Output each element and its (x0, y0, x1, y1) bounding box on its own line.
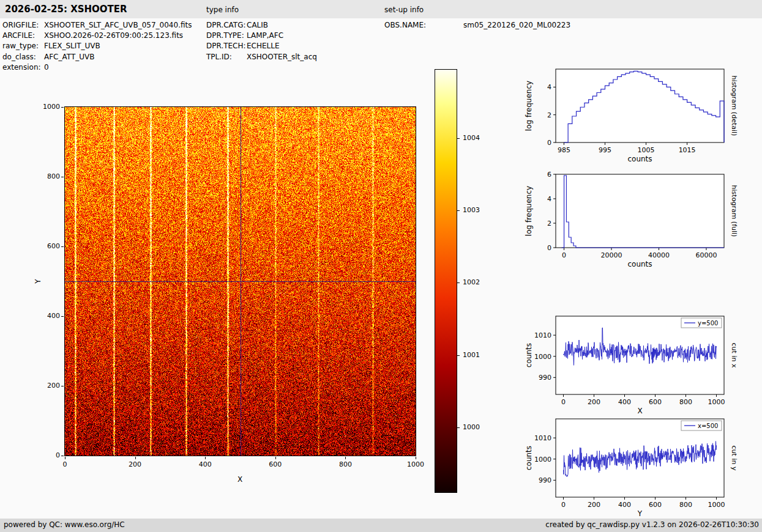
y-tick (61, 456, 64, 456)
footer-created-by: created by qc_rawdisp.py v1.2.3 on 2026-… (545, 520, 759, 529)
histogram-detail-chart: 98599510051015024countslog frequencyhist… (514, 61, 762, 171)
x-tick (205, 457, 206, 459)
raw-image-plot (64, 106, 416, 456)
y-tick-label: 600 (39, 242, 60, 250)
x-tick-label: 600 (269, 460, 282, 468)
x-tick-label: 40000 (648, 251, 670, 259)
y-tick-label: 990 (539, 476, 551, 484)
x-tick-label: 800 (679, 398, 692, 406)
x-tick (275, 457, 276, 459)
meta-value: XSHOO.2026-02-26T09:00:25.123.fits (44, 31, 183, 40)
x-tick-label: 0 (561, 501, 566, 509)
y-tick-label: 4 (547, 83, 551, 91)
colorbar-tick-label: 1000 (463, 423, 480, 431)
meta-value: AFC_ATT_UVB (44, 53, 94, 61)
y-tick-label: 0 (547, 139, 551, 147)
meta-value: XSHOOTER_SLT_AFC_UVB_057_0040.fits (44, 21, 192, 29)
y-tick-label: 2 (547, 220, 551, 227)
cut-in-x-chart: 0200400600800100099010001010Xcountscut i… (514, 308, 762, 421)
y-tick-label: 1010 (534, 331, 551, 339)
meta-label: raw_type: (2, 42, 39, 50)
x-tick-label: 985 (558, 146, 570, 154)
y-axis-label: counts (525, 343, 533, 368)
y-tick-label: 400 (39, 312, 60, 320)
x-tick-label: 0 (562, 251, 566, 259)
y-tick-label: 1000 (534, 456, 551, 464)
meta-label: DPR.CATG: (206, 21, 246, 29)
y-tick-label: 1010 (534, 434, 551, 442)
x-axis-label: Y (637, 509, 643, 518)
x-tick-label: 400 (618, 501, 631, 509)
x-axis-label: counts (627, 155, 652, 163)
y-tick-label: 2 (547, 111, 551, 119)
x-tick-label: 1005 (638, 146, 655, 154)
legend-label: x=500 (698, 423, 718, 429)
header-bar: 2026-02-25: XSHOOTER type info set-up in… (0, 0, 762, 18)
plot-area (556, 174, 724, 248)
y-tick-label: 0 (39, 451, 60, 459)
x-tick-label: 1000 (407, 460, 424, 468)
meta-label: TPL.ID: (206, 53, 232, 61)
y-tick-label: 200 (39, 382, 60, 390)
cut-in-y-chart: 0200400600800100099010001010Ycountscut i… (514, 411, 762, 524)
meta-label: OBS.NAME: (384, 21, 426, 29)
y-axis-label: log frequency (525, 81, 533, 131)
x-axis-label: X (237, 475, 242, 484)
x-tick (416, 457, 416, 459)
footer-bar: powered by QC: www.eso.org/HC created by… (0, 519, 762, 532)
x-tick (345, 457, 346, 459)
x-tick-label: 1000 (708, 501, 725, 509)
meta-value: FLEX_SLIT_UVB (44, 42, 100, 50)
x-tick (135, 457, 136, 459)
meta-value: ECHELLE (247, 42, 280, 50)
x-tick-label: 800 (339, 460, 352, 468)
meta-label: DPR.TYPE: (206, 31, 244, 40)
y-axis-label: counts (525, 446, 533, 470)
y-tick-label: 990 (539, 374, 551, 382)
colorbar-tick-label: 1001 (463, 351, 480, 359)
x-tick-label: 200 (588, 398, 600, 406)
page-title: 2026-02-25: XSHOOTER (5, 4, 127, 15)
raw-image-canvas (65, 107, 416, 456)
meta-label: ORIGFILE: (2, 21, 39, 29)
colorbar-tick-label: 1002 (463, 278, 480, 286)
x-tick (65, 457, 65, 459)
y-tick-label: 0 (547, 244, 551, 252)
y-axis-label: log frequency (525, 186, 533, 236)
colorbar-tick (457, 427, 460, 428)
y-tick (61, 107, 64, 108)
colorbar-tick (457, 355, 460, 356)
x-tick-label: 200 (129, 460, 141, 468)
side-label: histogram (full) (730, 185, 738, 237)
meta-label: ARCFILE: (2, 31, 35, 40)
meta-value: 0 (44, 63, 49, 72)
y-tick-label: 6 (547, 171, 551, 179)
x-tick-label: 600 (649, 398, 662, 406)
x-tick-label: 200 (588, 501, 600, 509)
colorbar (435, 69, 457, 493)
legend-label: y=500 (698, 320, 718, 327)
y-tick-label: 1000 (534, 353, 551, 361)
x-tick-label: 995 (599, 146, 611, 154)
colorbar-tick (457, 283, 460, 283)
colorbar-tick (457, 210, 460, 211)
colorbar-tick (457, 138, 460, 139)
meta-label: DPR.TECH: (206, 42, 246, 50)
y-axis-label: Y (34, 279, 42, 283)
x-tick-label: 0 (561, 398, 566, 406)
meta-value: LAMP,AFC (247, 31, 283, 40)
meta-value: XSHOOTER_slt_acq (247, 53, 317, 61)
x-tick-label: 400 (618, 398, 631, 406)
meta-label: extension: (2, 63, 41, 72)
y-tick-label: 1000 (39, 103, 60, 111)
x-tick-label: 600 (649, 501, 662, 509)
colorbar-tick-label: 1003 (463, 206, 480, 214)
plot-area (556, 69, 724, 142)
y-tick-label: 800 (39, 172, 60, 180)
colorbar-tick-label: 1004 (463, 134, 480, 142)
x-tick-label: 400 (199, 460, 212, 468)
y-tick-label: 4 (547, 195, 551, 203)
x-tick-label: 0 (63, 460, 67, 468)
x-tick-label: 60000 (695, 251, 717, 259)
y-tick (61, 386, 64, 386)
